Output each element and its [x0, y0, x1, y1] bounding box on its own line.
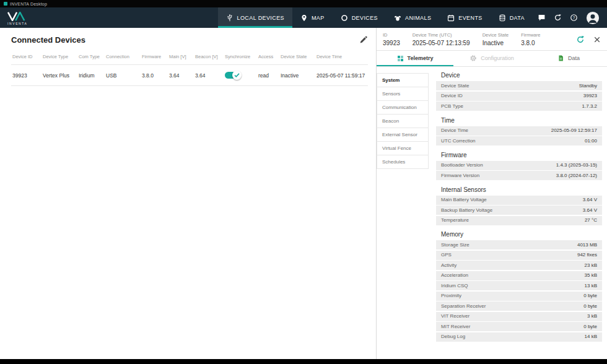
- help-button[interactable]: ?: [570, 14, 578, 22]
- col-firmware: Firmware: [141, 48, 168, 65]
- sync-icon: [554, 14, 562, 22]
- device-row[interactable]: 39923 Vertex Plus Iridium USB 3.8.0 3.64…: [11, 65, 368, 86]
- field-label: Device Time: [441, 128, 468, 134]
- bottom-bar: [0, 359, 607, 364]
- refresh-button[interactable]: [576, 35, 585, 44]
- cell-device-time: 2025-05-07 11:59:17: [315, 65, 368, 86]
- cell-main-v: 3.64: [168, 65, 194, 86]
- field-label: Acceleration: [441, 272, 468, 279]
- col-beacon-v: Beacon [V]: [194, 48, 224, 65]
- calendar-icon: [447, 14, 455, 22]
- brand-logo[interactable]: INVENTA: [0, 7, 35, 28]
- nav-item-map[interactable]: MAP: [292, 7, 333, 28]
- panel-title: Connected Devices: [11, 35, 85, 45]
- check-icon: [234, 73, 240, 77]
- col-com-type: Com Type: [77, 48, 105, 65]
- cell-firmware: 3.8.0: [141, 65, 168, 86]
- svg-text:?: ?: [573, 15, 575, 20]
- field-row: Proximity 0 byte: [436, 292, 602, 301]
- sync-button[interactable]: [554, 14, 562, 22]
- nav-item-animals[interactable]: ANIMALS: [386, 7, 439, 28]
- field-row: PCB Type 1.7.3.2: [436, 102, 602, 111]
- tab-telemetry[interactable]: Telemetry: [377, 51, 453, 66]
- cell-access: read: [257, 65, 279, 86]
- subnav-item-external-sensor[interactable]: External Sensor: [377, 128, 429, 142]
- field-value: 0 byte: [583, 303, 597, 310]
- document-icon: [557, 54, 564, 62]
- nav-item-events[interactable]: EVENTS: [439, 7, 490, 28]
- cell-synchronize: [224, 65, 257, 86]
- nav-item-local-devices[interactable]: LOCAL DEVICES: [218, 7, 292, 28]
- col-device-time: Device Time: [315, 48, 368, 65]
- field-device-state: Device State Inactive: [483, 32, 509, 46]
- section-title: Device: [436, 67, 602, 81]
- section-title: Internal Sensors: [436, 181, 602, 196]
- field-row: Device State Standby: [436, 81, 602, 90]
- chat-icon: [538, 14, 546, 22]
- edit-button[interactable]: [359, 36, 367, 44]
- field-value: 4013 MB: [577, 242, 597, 248]
- nav-label: LOCAL DEVICES: [237, 15, 284, 21]
- field-firmware: Firmware 3.8.0: [521, 32, 540, 46]
- field-label: Bootloader Version: [441, 162, 483, 168]
- field-label: MIT Receiver: [441, 324, 470, 330]
- tab-data[interactable]: Data: [530, 51, 607, 66]
- avatar-icon: [586, 11, 600, 25]
- subnav-item-virtual-fence[interactable]: Virtual Fence: [377, 141, 429, 155]
- section-device: Device Device State Standby Device ID 39…: [436, 67, 602, 111]
- col-device-state: Device State: [279, 48, 315, 65]
- field-label: Activity: [441, 262, 456, 269]
- field-label: Backup Battery Voltage: [441, 207, 492, 214]
- field-row: Firmware Version 3.8.0 (2024-07-12): [436, 171, 602, 180]
- subnav-item-beacon[interactable]: Beacon: [377, 114, 429, 128]
- subnav-item-communication[interactable]: Communication: [377, 100, 429, 115]
- field-label: Device State: [483, 32, 509, 38]
- nav-item-data[interactable]: DATA: [491, 7, 533, 28]
- field-row: Main Battery Voltage 3.64 V: [436, 196, 602, 205]
- field-label: Storage Size: [441, 242, 469, 248]
- subnav-item-sensors[interactable]: Sensors: [377, 87, 429, 101]
- cell-beacon-v: 3.64: [194, 65, 224, 86]
- field-label: PCB Type: [441, 103, 463, 110]
- app-icon: [4, 2, 7, 6]
- subnav-item-system[interactable]: System: [377, 73, 429, 87]
- tab-configuration[interactable]: Configuration: [453, 51, 530, 66]
- synchronize-toggle[interactable]: [225, 72, 241, 79]
- field-row: UTC Correction 01:00: [436, 136, 602, 145]
- field-label: Firmware: [521, 32, 540, 38]
- table-header-row: Device ID Device Type Com Type Connectio…: [11, 48, 368, 65]
- system-telemetry-content: Device Device State Standby Device ID 39…: [429, 67, 607, 359]
- nav-item-devices[interactable]: DEVICES: [333, 7, 386, 28]
- tab-label: Data: [568, 55, 580, 61]
- field-label: ID: [383, 32, 400, 38]
- field-label: Device ID: [441, 93, 463, 99]
- col-synchronize: Synchronize: [224, 48, 257, 65]
- close-button[interactable]: [593, 36, 601, 43]
- field-label: Device Time (UTC): [413, 32, 470, 38]
- cell-connection: USB: [105, 65, 141, 86]
- section-memory: Memory Storage Size 4013 MB GPS 942 fixe…: [436, 226, 602, 342]
- app-window: INVENTA Desktop INVENTA LOCAL DEVIC: [0, 0, 607, 364]
- field-row: Device Time 2025-05-09 12:59:17: [436, 126, 602, 136]
- pencil-icon: [359, 36, 367, 44]
- telemetry-subnav: System Sensors Communication Beacon Exte…: [377, 67, 429, 359]
- field-value: 1.4.3 (2025-03-15): [556, 162, 597, 168]
- toggle-knob: [232, 71, 242, 80]
- field-value: 39923: [583, 93, 597, 99]
- field-row: Storage Size 4013 MB: [436, 240, 602, 249]
- nav-label: MAP: [312, 15, 325, 21]
- messages-button[interactable]: [538, 14, 546, 22]
- field-label: Debug Log: [441, 334, 465, 340]
- titlebar: INVENTA Desktop: [0, 0, 607, 7]
- close-icon: [593, 36, 601, 43]
- navbar: INVENTA LOCAL DEVICES MAP: [0, 7, 607, 28]
- map-pin-icon: [300, 14, 308, 22]
- detail-tabs: Telemetry Configuration: [377, 51, 607, 67]
- user-avatar[interactable]: [586, 11, 600, 25]
- subnav-item-schedules[interactable]: Schedules: [377, 155, 429, 169]
- field-row: VIT Receiver 3 kB: [436, 312, 602, 321]
- col-main-v: Main [V]: [168, 48, 194, 65]
- section-time: Time Device Time 2025-05-09 12:59:17 UTC…: [436, 112, 602, 146]
- device-detail-header: ID 39923 Device Time (UTC) 2025-05-07 12…: [377, 28, 607, 51]
- field-device-time-utc: Device Time (UTC) 2025-05-07 12:13:59: [413, 32, 470, 46]
